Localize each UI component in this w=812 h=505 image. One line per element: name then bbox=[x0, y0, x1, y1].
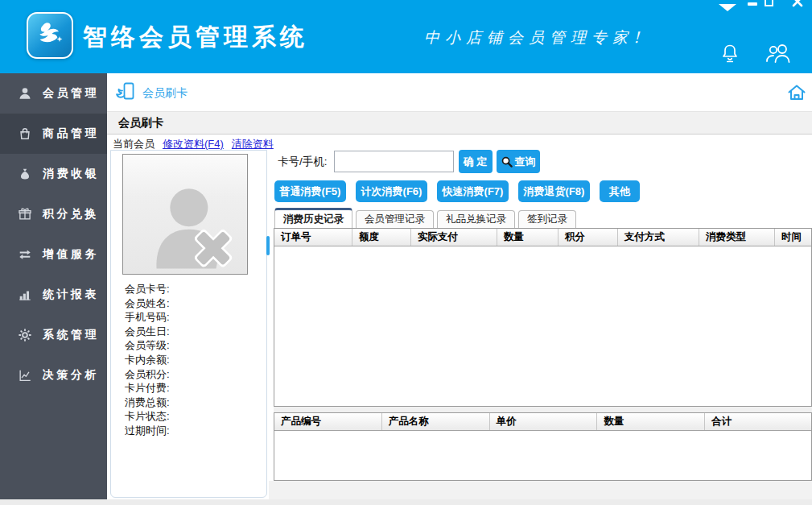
sidebar-item-system-management[interactable]: 系统管理 bbox=[0, 315, 107, 355]
breadcrumb: 会员刷卡 bbox=[142, 73, 188, 112]
sidebar-item-decision-analysis[interactable]: 决策分析 bbox=[0, 355, 107, 395]
normal-consume-button[interactable]: 普通消费(F5) bbox=[274, 180, 346, 202]
user-icon bbox=[17, 86, 32, 101]
clear-profile-link[interactable]: 清除资料 bbox=[232, 138, 274, 150]
close-icon[interactable] bbox=[792, 0, 803, 10]
consume-refund-button[interactable]: 消费退货(F8) bbox=[518, 180, 590, 202]
sidebar-item-label: 商品管理 bbox=[43, 126, 99, 141]
column-header-actual-paid[interactable]: 实际支付 bbox=[411, 229, 497, 246]
column-header-time[interactable]: 时间 bbox=[775, 229, 811, 246]
sidebar-item-goods-management[interactable]: 商品管理 bbox=[0, 114, 107, 154]
value-added-icon bbox=[17, 247, 32, 263]
tab-label: 礼品兑换记录 bbox=[446, 213, 506, 226]
field-label: 手机号码: bbox=[125, 310, 170, 325]
product-table-body bbox=[274, 431, 811, 480]
sidebar-item-label: 会员管理 bbox=[43, 86, 99, 101]
tab-label: 消费历史记录 bbox=[283, 213, 344, 226]
sidebar-item-label: 积分兑换 bbox=[43, 207, 99, 221]
confirm-button[interactable]: 确 定 bbox=[459, 150, 493, 173]
sidebar: 会员管理 商品管理 消费收银 积分兑换 增值服务 bbox=[0, 73, 107, 499]
app-logo bbox=[27, 12, 73, 59]
column-header-amount[interactable]: 额度 bbox=[352, 229, 411, 246]
field-label: 会员生日: bbox=[125, 325, 170, 339]
card-number-label: 卡号/手机: bbox=[278, 155, 328, 169]
sidebar-item-label: 消费收银 bbox=[43, 167, 99, 181]
gift-icon bbox=[17, 207, 32, 222]
sidebar-item-statistics-report[interactable]: 统计报表 bbox=[0, 275, 107, 315]
column-header-unit-price[interactable]: 单价 bbox=[490, 413, 598, 430]
field-label: 过期时间: bbox=[125, 424, 170, 438]
content-footer-area bbox=[269, 481, 812, 499]
chevron-down-icon[interactable] bbox=[719, 0, 736, 14]
app-slogan: 中小店铺会员管理专家! bbox=[424, 27, 645, 48]
quick-consume-button[interactable]: 快速消费(F7) bbox=[437, 180, 509, 202]
column-header-total[interactable]: 合计 bbox=[705, 413, 811, 430]
consume-history-table: 订单号 额度 实际支付 数量 积分 支付方式 消费类型 时间 bbox=[274, 228, 812, 407]
column-header-product-code[interactable]: 产品编号 bbox=[274, 413, 382, 430]
column-header-consume-type[interactable]: 消费类型 bbox=[699, 229, 775, 246]
sidebar-item-label: 系统管理 bbox=[43, 328, 99, 342]
panel-splitter-handle[interactable] bbox=[266, 236, 270, 255]
card-swipe-icon bbox=[113, 81, 138, 108]
window-bottom-edge bbox=[0, 499, 812, 505]
sidebar-item-value-added-services[interactable]: 增值服务 bbox=[0, 234, 107, 275]
column-header-quantity[interactable]: 数量 bbox=[597, 413, 705, 430]
sidebar-item-consume-cashier[interactable]: 消费收银 bbox=[0, 154, 107, 194]
record-tabs: 消费历史记录 会员管理记录 礼品兑换记录 签到记录 bbox=[274, 207, 579, 228]
sidebar-item-label: 增值服务 bbox=[43, 247, 99, 262]
member-panel: 会员卡号: 会员姓名: 手机号码: 会员生日: 会员等级: 卡内余额: 会员积分… bbox=[110, 150, 267, 498]
goods-icon bbox=[17, 126, 32, 142]
breadcrumb-bar: 会员刷卡 bbox=[107, 73, 812, 112]
page-tab[interactable]: 会员刷卡 bbox=[118, 112, 163, 134]
query-button-label: 查询 bbox=[515, 155, 536, 169]
tab-consume-history[interactable]: 消费历史记录 bbox=[274, 208, 352, 228]
product-table: 产品编号 产品名称 单价 数量 合计 bbox=[274, 412, 812, 481]
notification-bell-icon[interactable] bbox=[719, 42, 740, 68]
cashier-icon bbox=[17, 167, 32, 182]
app-window: 智络会员管理系统 中小店铺会员管理专家! bbox=[0, 0, 812, 505]
field-label: 卡内余额: bbox=[125, 353, 170, 367]
minimize-icon[interactable] bbox=[748, 2, 757, 6]
magnifier-icon bbox=[501, 155, 513, 168]
column-header-order-no[interactable]: 订单号 bbox=[274, 229, 352, 246]
card-number-input[interactable] bbox=[334, 151, 454, 172]
field-label: 会员卡号: bbox=[125, 282, 170, 296]
tab-gift-exchange-records[interactable]: 礼品兑换记录 bbox=[437, 210, 515, 228]
member-photo-placeholder bbox=[122, 154, 248, 275]
current-member-label: 当前会员 bbox=[113, 138, 155, 150]
consume-actions: 普通消费(F5) 计次消费(F6) 快速消费(F7) 消费退货(F8) 其他 bbox=[274, 180, 640, 202]
field-label: 会员积分: bbox=[125, 367, 170, 382]
home-icon[interactable] bbox=[786, 82, 807, 106]
sidebar-item-member-management[interactable]: 会员管理 bbox=[0, 73, 107, 114]
edit-profile-link[interactable]: 修改资料(F4) bbox=[163, 138, 224, 150]
account-icon[interactable] bbox=[763, 43, 792, 68]
other-button[interactable]: 其他 bbox=[600, 180, 640, 202]
tab-checkin-records[interactable]: 签到记录 bbox=[518, 210, 576, 228]
table-gap bbox=[274, 407, 812, 412]
sidebar-item-points-exchange[interactable]: 积分兑换 bbox=[0, 194, 107, 234]
field-label: 卡片付费: bbox=[125, 381, 170, 395]
column-header-points[interactable]: 积分 bbox=[559, 229, 618, 246]
count-consume-button[interactable]: 计次消费(F6) bbox=[356, 180, 427, 202]
field-label: 卡片状态: bbox=[125, 409, 170, 424]
column-header-product-name[interactable]: 产品名称 bbox=[382, 413, 490, 430]
content-area: 当前会员修改资料(F4)清除资料 会员 bbox=[107, 135, 812, 499]
history-table-header: 订单号 额度 实际支付 数量 积分 支付方式 消费类型 时间 bbox=[274, 229, 811, 246]
gear-icon bbox=[17, 328, 32, 343]
column-header-payment-method[interactable]: 支付方式 bbox=[618, 229, 699, 246]
product-table-header: 产品编号 产品名称 单价 数量 合计 bbox=[274, 413, 811, 431]
column-header-quantity[interactable]: 数量 bbox=[497, 229, 559, 246]
field-label: 会员等级: bbox=[125, 338, 170, 353]
member-fields: 会员卡号: 会员姓名: 手机号码: 会员生日: 会员等级: 卡内余额: 会员积分… bbox=[125, 282, 170, 438]
tab-member-management-records[interactable]: 会员管理记录 bbox=[356, 210, 434, 228]
maximize-icon[interactable] bbox=[765, 0, 773, 6]
user-x-icon bbox=[138, 179, 239, 275]
tab-label: 签到记录 bbox=[527, 213, 567, 226]
line-chart-icon bbox=[17, 368, 32, 383]
report-icon bbox=[17, 288, 32, 303]
query-button[interactable]: 查询 bbox=[497, 150, 540, 173]
page-tab-bar: 会员刷卡 bbox=[107, 112, 812, 135]
card-search-row: 卡号/手机: 确 定 查询 bbox=[278, 150, 540, 173]
swan-logo-icon bbox=[32, 18, 68, 53]
history-table-body bbox=[274, 246, 811, 406]
